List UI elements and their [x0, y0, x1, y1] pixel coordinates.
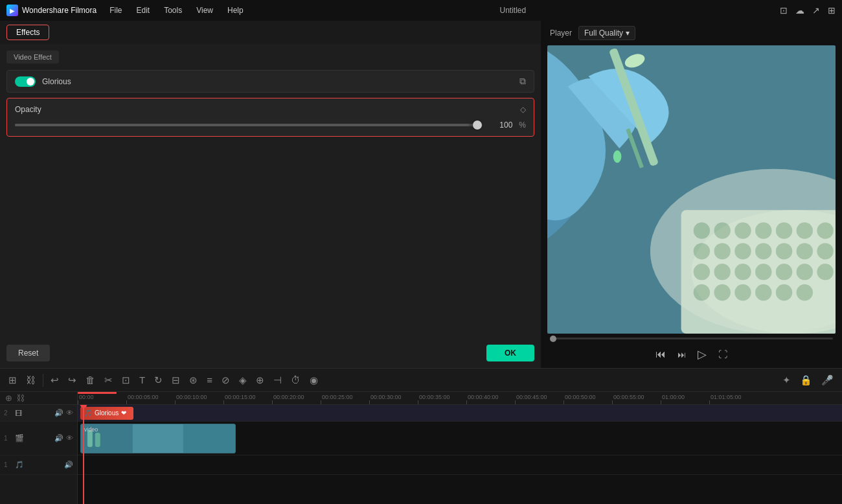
timeline-area: ⊞ ⛓ ↩ ↪ 🗑 ✂ ⊡ T ↻ ⊟ ⊛ ≡ ⊘ ◈ ⊕ ⊣ ⏱ ◉ ✦ 🔒 … — [0, 368, 842, 504]
opacity-unit: % — [519, 120, 526, 130]
timeline-link-icon[interactable]: ⛓ — [24, 372, 38, 387]
monitor-icon[interactable]: ⊡ — [780, 5, 788, 16]
svg-point-19 — [817, 243, 833, 259]
toolbar-separator-1 — [43, 374, 43, 387]
menu-view[interactable]: View — [194, 5, 216, 16]
playhead[interactable] — [83, 405, 84, 504]
ruler-mark-5: 00:00:25:00 — [321, 394, 369, 404]
fx-clip-label: Glorious — [95, 409, 119, 417]
timeline-redo-icon[interactable]: ↪ — [66, 372, 78, 388]
progress-indicator[interactable] — [550, 336, 556, 342]
timeline-crop-icon[interactable]: ⊡ — [120, 372, 132, 388]
app-logo-icon: ▶ — [6, 5, 18, 16]
copy-effect-icon[interactable]: ⧉ — [519, 76, 526, 87]
svg-point-33 — [776, 284, 792, 301]
menu-help[interactable]: Help — [225, 5, 246, 16]
add-track-icon[interactable]: ⊕ — [5, 393, 12, 403]
tab-effects[interactable]: Effects — [6, 25, 49, 40]
player-header: Player Full Quality ▾ — [541, 21, 842, 45]
audio-track-icon: 🎵 — [15, 461, 24, 469]
fullscreen-button[interactable]: ⛶ — [718, 349, 727, 360]
ruler-mark-0: 00:00 — [78, 394, 126, 404]
main-content: Effects Video Effect Glorious ⧉ Opacity … — [0, 21, 842, 368]
menu-items: File Edit Tools View Help — [107, 5, 246, 16]
svg-rect-44 — [95, 433, 100, 447]
svg-point-25 — [776, 264, 792, 280]
svg-point-17 — [776, 243, 792, 259]
sidebar-header: ⊕ ⛓ — [0, 392, 77, 405]
ruler-mark-7: 00:00:35:00 — [418, 394, 466, 404]
tab-video-effect[interactable]: Video Effect — [6, 51, 59, 63]
timeline-cut-icon[interactable]: ✂ — [102, 372, 115, 388]
timeline-main: ⊕ ⛓ 2 🎞 🔊 👁 1 🎬 🔊 — [0, 392, 842, 504]
timeline-tracks: 🎵 Glorious ❤ — [78, 405, 842, 504]
timeline-adjust-icon[interactable]: ⊛ — [187, 372, 199, 388]
svg-rect-41 — [132, 424, 183, 453]
timeline-equalizer-icon[interactable]: ≡ — [205, 372, 214, 387]
ruler-mark-9: 00:00:45:00 — [515, 394, 563, 404]
cloud-icon[interactable]: ☁ — [795, 5, 804, 16]
play-button[interactable]: ▷ — [698, 347, 707, 361]
audio-track-num: 1 — [4, 461, 12, 468]
effect-toggle[interactable] — [15, 76, 36, 87]
timeline-lock-icon[interactable]: 🔒 — [798, 372, 814, 388]
player-progress[interactable] — [541, 334, 842, 343]
share-icon[interactable]: ↗ — [812, 5, 820, 16]
menu-bar: ▶ Wondershare Filmora File Edit Tools Vi… — [0, 0, 842, 21]
slider-fill — [15, 124, 469, 126]
timeline-layers-icon[interactable]: ⊞ — [6, 372, 19, 388]
menu-file[interactable]: File — [107, 5, 124, 16]
reset-button[interactable]: Reset — [6, 345, 50, 361]
ok-button[interactable]: OK — [486, 345, 534, 361]
timeline-mic-icon[interactable]: 🎤 — [819, 372, 836, 388]
timeline-rotate-icon[interactable]: ↻ — [152, 372, 165, 388]
timeline-voice-icon[interactable]: ◉ — [308, 372, 320, 388]
svg-point-11 — [817, 222, 833, 238]
timeline-trim-icon[interactable]: ⊣ — [271, 372, 284, 388]
svg-point-38 — [613, 150, 622, 163]
timeline-delete-icon[interactable]: 🗑 — [84, 372, 97, 387]
fx-track-icons: 🔊 👁 — [54, 409, 73, 417]
keyframe-icon[interactable]: ◇ — [520, 105, 526, 114]
video-clip[interactable]: video — [80, 424, 236, 453]
svg-point-21 — [694, 264, 710, 280]
opacity-slider[interactable] — [15, 124, 483, 126]
fx-eye-icon[interactable]: 👁 — [66, 409, 73, 417]
progress-track[interactable] — [550, 338, 833, 339]
audio-track-row — [78, 455, 842, 475]
app-name: Wondershare Filmora — [22, 6, 97, 15]
grid-icon[interactable]: ⊞ — [828, 5, 836, 16]
link-tracks-icon[interactable]: ⛓ — [16, 393, 25, 403]
timeline-ruler: 00:00 00:00:05:00 00:00:10:00 00:00:15:0… — [78, 392, 842, 405]
video-eye-icon[interactable]: 👁 — [66, 434, 73, 442]
quality-dropdown[interactable]: Full Quality ▾ — [578, 26, 635, 40]
timeline-transform-icon[interactable]: ⊟ — [170, 372, 182, 388]
play-one-frame-back-button[interactable]: ⏭︎ — [677, 350, 686, 360]
ruler-mark-3: 00:00:15:00 — [223, 394, 272, 404]
timeline-content: 00:00 00:00:05:00 00:00:10:00 00:00:15:0… — [78, 392, 842, 504]
svg-point-14 — [714, 243, 730, 259]
timeline-filter-icon[interactable]: ◈ — [237, 372, 249, 388]
step-back-button[interactable]: ⏮ — [655, 349, 666, 360]
fx-clip-glorious[interactable]: 🎵 Glorious ❤ — [80, 407, 133, 420]
timeline-text-icon[interactable]: T — [137, 372, 147, 387]
ruler-mark-6: 00:00:30:00 — [369, 394, 418, 404]
audio-track-icons: 🔊 — [64, 461, 73, 469]
timeline-settings-icon[interactable]: ✦ — [780, 372, 793, 388]
timeline-split-icon[interactable]: ⊘ — [220, 372, 232, 388]
svg-point-13 — [694, 243, 710, 259]
left-panel: Effects Video Effect Glorious ⧉ Opacity … — [0, 21, 541, 368]
video-sound-icon[interactable]: 🔊 — [54, 434, 63, 442]
menu-tools[interactable]: Tools — [161, 5, 185, 16]
timeline-motion-icon[interactable]: ⊕ — [254, 372, 266, 388]
ruler-mark-12: 01:00:00 — [661, 394, 709, 404]
fx-sound-icon[interactable]: 🔊 — [54, 409, 63, 417]
audio-sound-icon[interactable]: 🔊 — [64, 461, 73, 469]
menu-edit[interactable]: Edit — [134, 5, 153, 16]
slider-thumb[interactable] — [473, 120, 482, 130]
video-clip-thumbnail: video — [81, 424, 235, 453]
effect-row: Glorious ⧉ — [6, 70, 534, 93]
timeline-speed-icon[interactable]: ⏱ — [289, 372, 302, 387]
timeline-undo-icon[interactable]: ↩ — [49, 372, 61, 388]
app-logo: ▶ Wondershare Filmora — [6, 5, 97, 16]
